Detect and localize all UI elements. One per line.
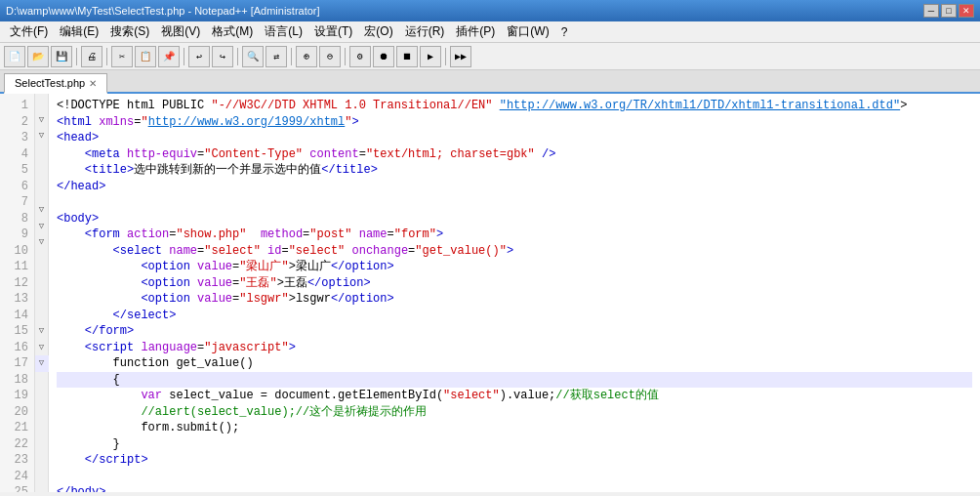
fold-21: [35, 401, 49, 416]
tb-sep2: [106, 48, 107, 65]
tb-sep5: [291, 48, 292, 65]
fold-8[interactable]: ▽: [35, 202, 49, 219]
fold-4: [35, 145, 49, 159]
tb-sep7: [445, 48, 446, 65]
tb-print[interactable]: 🖨: [81, 46, 102, 67]
tb-open[interactable]: 📂: [27, 46, 49, 67]
menu-edit[interactable]: 编辑(E): [54, 21, 104, 42]
line-num-17: 17: [0, 355, 34, 372]
code-line-6: </head>: [57, 180, 105, 193]
tab-close-icon[interactable]: ✕: [89, 78, 97, 89]
editor: 1 2 3 4 5 6 7 8 9 10 11 12 13 14 15 16 1…: [0, 94, 980, 492]
fold-column: ▽ ▽ ▽ ▽ ▽ ▽ ▽ ▽: [35, 94, 49, 492]
close-button[interactable]: ✕: [959, 4, 974, 18]
code-line-3: <head>: [57, 131, 99, 145]
line-num-21: 21: [0, 420, 34, 436]
line-num-18: 18: [0, 372, 34, 389]
fold-16[interactable]: ▽: [35, 323, 49, 340]
fold-20: [35, 387, 49, 401]
fold-15: [35, 310, 49, 324]
menu-language[interactable]: 语言(L): [259, 21, 308, 42]
fold-6: [35, 174, 49, 188]
line-num-19: 19: [0, 388, 34, 404]
fold-11: [35, 251, 49, 266]
menu-run[interactable]: 运行(R): [399, 21, 451, 42]
fold-22: [35, 416, 49, 431]
code-line-17: function get_value(): [57, 356, 254, 370]
tb-redo[interactable]: ↪: [212, 46, 233, 67]
fold-13: [35, 280, 49, 295]
fold-24: [35, 444, 49, 459]
menu-plugins[interactable]: 插件(P): [450, 21, 501, 42]
code-line-22: }: [57, 437, 120, 451]
code-line-23: </script>: [57, 453, 148, 467]
code-line-21: form.submit();: [57, 421, 239, 434]
menu-settings[interactable]: 设置(T): [308, 21, 358, 42]
tb-paste[interactable]: 📌: [158, 46, 180, 67]
maximize-button[interactable]: □: [941, 4, 957, 18]
code-line-20: //alert(select_value);//这个是祈祷提示的作用: [57, 405, 427, 419]
code-line-19: var select_value = document.getElementBy…: [57, 389, 659, 402]
fold-26: [35, 474, 49, 488]
tb-sep6: [345, 48, 346, 65]
line-num-22: 22: [0, 436, 34, 453]
fold-17[interactable]: ▽: [35, 340, 49, 356]
code-line-15: </form>: [57, 324, 134, 338]
code-line-8: <body>: [57, 212, 99, 226]
title-bar: D:\wamp\www\MyTest\SelectTest.php - Note…: [0, 0, 980, 21]
tb-find[interactable]: 🔍: [242, 46, 264, 67]
line-num-5: 5: [0, 162, 34, 179]
menu-window[interactable]: 窗口(W): [501, 21, 554, 42]
title-text: D:\wamp\www\MyTest\SelectTest.php - Note…: [6, 5, 320, 17]
code-line-5: <title>选中跳转到新的一个并显示选中的值</title>: [57, 163, 378, 177]
tb-macro-stop[interactable]: ⏹: [396, 46, 418, 67]
tb-macro-rec[interactable]: ⏺: [373, 46, 394, 67]
line-num-13: 13: [0, 291, 34, 308]
fold-18[interactable]: ▽: [35, 355, 49, 372]
tb-copy[interactable]: 📋: [135, 46, 156, 67]
menu-format[interactable]: 格式(M): [206, 21, 259, 42]
tb-zoom-in[interactable]: ⊕: [296, 46, 317, 67]
menu-macro[interactable]: 宏(O): [358, 21, 398, 42]
line-num-24: 24: [0, 469, 34, 485]
line-num-9: 9: [0, 227, 34, 243]
code-area[interactable]: <!DOCTYPE html PUBLIC "-//W3C//DTD XHTML…: [49, 94, 980, 492]
tab-selecttest[interactable]: SelectTest.php ✕: [4, 73, 107, 94]
code-line-2: <html xmlns="http://www.w3.org/1999/xhtm…: [57, 115, 359, 129]
tab-label: SelectTest.php: [15, 77, 85, 89]
fold-10[interactable]: ▽: [35, 234, 49, 251]
fold-2[interactable]: ▽: [35, 112, 49, 129]
line-num-4: 4: [0, 146, 34, 163]
tb-new[interactable]: 📄: [4, 46, 25, 67]
fold-5: [35, 159, 49, 174]
tb-zoom-out[interactable]: ⊖: [319, 46, 341, 67]
code-line-11: <option value="梁山广">梁山广</option>: [57, 260, 394, 273]
menu-search[interactable]: 搜索(S): [104, 21, 155, 42]
fold-7: [35, 188, 49, 203]
fold-3[interactable]: ▽: [35, 128, 49, 145]
tb-run[interactable]: ▶▶: [450, 46, 471, 67]
window-controls: ─ □ ✕: [923, 4, 974, 18]
line-num-12: 12: [0, 275, 34, 292]
tb-cut[interactable]: ✂: [111, 46, 133, 67]
tb-replace[interactable]: ⇄: [265, 46, 287, 67]
menu-file[interactable]: 文件(F): [4, 21, 54, 42]
menu-view[interactable]: 视图(V): [155, 21, 206, 42]
line-num-14: 14: [0, 308, 34, 324]
tb-sep4: [237, 48, 238, 65]
minimize-button[interactable]: ─: [923, 4, 939, 18]
tb-sync[interactable]: ⚙: [349, 46, 371, 67]
line-num-3: 3: [0, 130, 34, 146]
line-num-10: 10: [0, 243, 34, 260]
menu-help[interactable]: ?: [555, 23, 574, 41]
line-num-15: 15: [0, 323, 34, 340]
line-num-6: 6: [0, 179, 34, 195]
fold-9[interactable]: ▽: [35, 219, 49, 235]
tb-macro-play[interactable]: ▶: [420, 46, 441, 67]
code-line-13: <option value="lsgwr">lsgwr</option>: [57, 292, 394, 306]
tb-save[interactable]: 💾: [51, 46, 72, 67]
line-num-20: 20: [0, 404, 34, 421]
tb-undo[interactable]: ↩: [188, 46, 210, 67]
code-line-1: <!DOCTYPE html PUBLIC "-//W3C//DTD XHTML…: [57, 99, 907, 112]
code-line-18: {: [57, 372, 972, 389]
